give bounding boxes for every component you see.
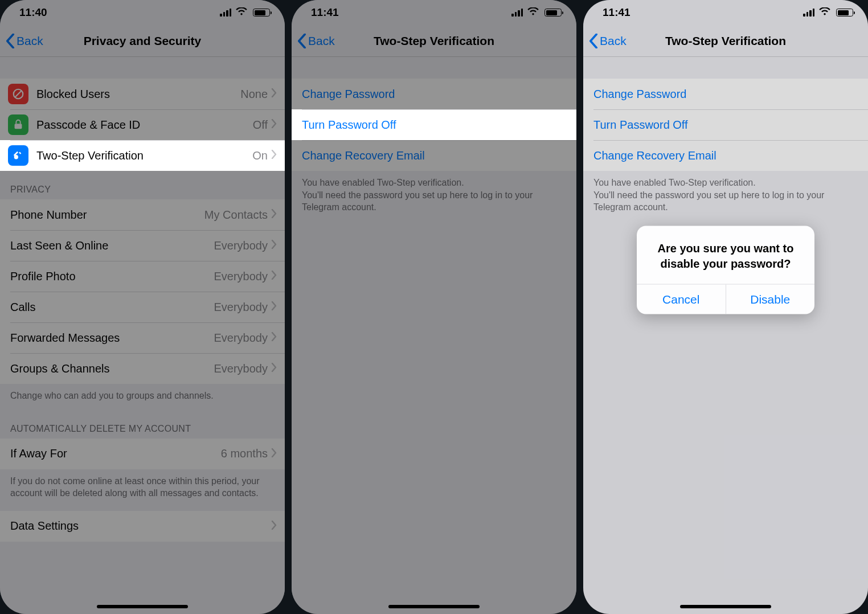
row-label: Groups & Channels <box>10 362 214 375</box>
block-icon <box>8 84 28 104</box>
row-value: Everybody <box>214 301 268 314</box>
status-bar: 11:41 <box>292 0 576 25</box>
row-forwarded-messages[interactable]: Forwarded Messages Everybody <box>0 322 285 353</box>
row-passcode-faceid[interactable]: Passcode & Face ID Off <box>0 109 285 140</box>
chevron-right-icon <box>271 363 277 374</box>
row-label: Profile Photo <box>10 270 214 283</box>
row-change-recovery-email[interactable]: Change Recovery Email <box>583 140 868 171</box>
screen-privacy-security: 11:40 Back Privacy and Security <box>0 0 285 614</box>
wifi-icon <box>236 7 247 18</box>
status-time: 11:40 <box>19 6 47 19</box>
row-label: Phone Number <box>10 208 204 222</box>
row-value: Everybody <box>214 239 268 252</box>
status-indicators <box>803 7 853 18</box>
section-footer-privacy: Change who can add you to groups and cha… <box>0 384 285 410</box>
key-icon <box>8 145 28 166</box>
row-value: Everybody <box>214 270 268 283</box>
row-value: Everybody <box>214 331 268 345</box>
row-change-password[interactable]: Change Password <box>292 79 576 109</box>
row-value: 6 months <box>221 447 268 460</box>
row-label: Change Password <box>302 88 568 101</box>
home-indicator[interactable] <box>388 605 480 608</box>
back-button[interactable]: Back <box>6 34 43 48</box>
row-change-password[interactable]: Change Password <box>583 79 868 109</box>
section-header-privacy: Privacy <box>0 171 285 199</box>
content: Blocked Users None Passcode & Face ID Of… <box>0 57 285 614</box>
battery-icon <box>544 9 562 17</box>
chevron-right-icon <box>271 150 277 161</box>
row-label: Change Recovery Email <box>593 149 860 162</box>
row-label: Blocked Users <box>36 88 240 101</box>
alert-disable-password: Are you sure you want to disable your pa… <box>637 226 814 314</box>
row-calls[interactable]: Calls Everybody <box>0 292 285 322</box>
nav-bar: Back Two-Step Verification <box>292 25 576 57</box>
chevron-right-icon <box>271 521 277 532</box>
cellular-icon <box>220 9 231 17</box>
status-bar: 11:40 <box>0 0 285 25</box>
back-label: Back <box>17 34 43 48</box>
lock-icon <box>8 114 28 135</box>
row-value: My Contacts <box>204 208 268 222</box>
alert-disable-button[interactable]: Disable <box>726 285 815 314</box>
battery-icon <box>836 9 853 17</box>
chevron-right-icon <box>271 301 277 313</box>
row-two-step-verification[interactable]: Two-Step Verification On <box>0 140 285 171</box>
nav-bar: Back Two-Step Verification <box>583 25 868 57</box>
section-header-auto-delete: Automatically Delete My Account <box>0 410 285 439</box>
back-button[interactable]: Back <box>589 34 627 48</box>
home-indicator[interactable] <box>97 605 188 608</box>
wifi-icon <box>527 7 539 18</box>
alert-message: Are you sure you want to disable your pa… <box>637 226 814 284</box>
row-turn-password-off[interactable]: Turn Password Off <box>583 109 868 140</box>
row-label: Change Recovery Email <box>302 149 568 162</box>
row-groups-channels[interactable]: Groups & Channels Everybody <box>0 353 285 384</box>
home-indicator[interactable] <box>680 605 771 608</box>
back-label: Back <box>600 34 627 48</box>
row-turn-password-off[interactable]: Turn Password Off <box>292 109 576 140</box>
row-value: Off <box>253 118 268 132</box>
chevron-right-icon <box>271 119 277 130</box>
chevron-left-icon <box>6 34 15 48</box>
row-last-seen[interactable]: Last Seen & Online Everybody <box>0 230 285 261</box>
section-footer-two-step: You have enabled Two-Step verification. … <box>583 171 868 222</box>
row-if-away-for[interactable]: If Away For 6 months <box>0 439 285 469</box>
row-value: Everybody <box>214 362 268 375</box>
row-label: Data Settings <box>10 519 271 533</box>
row-value: On <box>252 149 268 162</box>
status-indicators <box>220 7 270 18</box>
chevron-right-icon <box>271 88 277 100</box>
row-label: Last Seen & Online <box>10 239 214 252</box>
cellular-icon <box>803 9 814 17</box>
row-label: Change Password <box>593 88 860 101</box>
row-change-recovery-email[interactable]: Change Recovery Email <box>292 140 576 171</box>
chevron-right-icon <box>271 271 277 282</box>
chevron-right-icon <box>271 240 277 251</box>
battery-icon <box>253 9 270 17</box>
status-time: 11:41 <box>603 6 630 19</box>
content: Change Password Turn Password Off Change… <box>583 57 868 614</box>
alert-buttons: Cancel Disable <box>637 284 814 314</box>
row-phone-number[interactable]: Phone Number My Contacts <box>0 199 285 230</box>
row-label: Turn Password Off <box>593 118 860 132</box>
content: Change Password Turn Password Off Change… <box>292 57 576 614</box>
status-time: 11:41 <box>311 6 339 19</box>
row-data-settings[interactable]: Data Settings <box>0 511 285 542</box>
row-label: If Away For <box>10 447 221 460</box>
row-profile-photo[interactable]: Profile Photo Everybody <box>0 261 285 292</box>
back-label: Back <box>308 34 335 48</box>
section-footer-auto-delete: If you do not come online at least once … <box>0 469 285 507</box>
nav-bar: Back Privacy and Security <box>0 25 285 57</box>
row-label: Calls <box>10 301 214 314</box>
chevron-right-icon <box>271 448 277 460</box>
chevron-left-icon <box>297 34 306 48</box>
row-label: Passcode & Face ID <box>36 118 253 132</box>
status-indicators <box>511 7 562 18</box>
svg-line-1 <box>15 91 22 97</box>
row-blocked-users[interactable]: Blocked Users None <box>0 79 285 109</box>
screen-two-step: 11:41 Back Two-Step Verification Change … <box>292 0 576 614</box>
screen-two-step-alert: 11:41 Back Two-Step Verification Change … <box>583 0 868 614</box>
svg-rect-2 <box>15 124 22 129</box>
chevron-right-icon <box>271 209 277 220</box>
back-button[interactable]: Back <box>297 34 335 48</box>
alert-cancel-button[interactable]: Cancel <box>637 285 726 314</box>
